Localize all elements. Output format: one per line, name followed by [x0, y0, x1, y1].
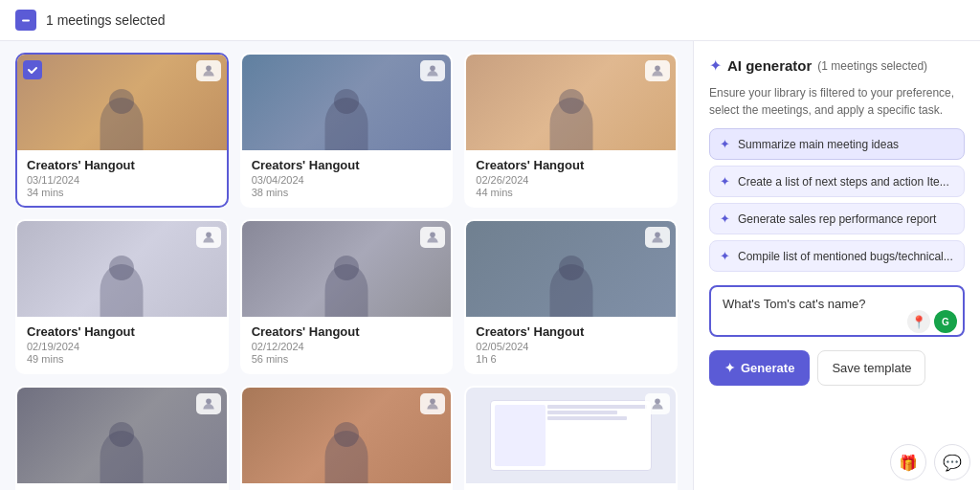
card-thumbnail	[242, 388, 452, 483]
card-duration: 56 mins	[252, 353, 442, 365]
svg-point-9	[655, 398, 660, 404]
meeting-card[interactable]: Creators' Hangout 01/29/2024	[15, 386, 229, 490]
suggestion-text: Compile list of mentioned bugs/technical…	[738, 250, 953, 263]
card-thumbnail	[242, 55, 452, 150]
svg-point-3	[655, 65, 660, 71]
meeting-card[interactable]: Creators' Hangout 02/05/2024 1h 6	[464, 219, 678, 374]
card-info: Creators' Hangout 03/11/2024 34 mins	[17, 150, 227, 206]
person-icon-badge	[196, 60, 221, 81]
ai-input-icons: 📍 G	[907, 310, 957, 333]
card-date: 02/26/2024	[476, 174, 666, 186]
meeting-card[interactable]: Creators' Hangout 01/15/2024	[240, 386, 454, 490]
meeting-card[interactable]: Creators' Hangout 02/12/2024 56 mins	[240, 219, 454, 374]
meeting-card[interactable]: Creators' Hangout 03/04/2024 38 mins	[240, 53, 454, 208]
person-icon-badge	[196, 227, 221, 248]
suggestion-spark-icon: ✦	[720, 137, 730, 151]
generate-button-label: Generate	[741, 361, 794, 375]
card-info: Creators' Hangout 03/04/2024 38 mins	[242, 150, 452, 206]
svg-point-8	[431, 398, 436, 404]
meeting-card[interactable]: Creators' Hangout 01/08/2024	[464, 386, 678, 490]
person-icon-badge	[420, 393, 445, 414]
card-info: Creators' Hangout 02/12/2024 56 mins	[242, 317, 452, 372]
ai-input-area: 📍 G	[709, 285, 965, 341]
card-info: Creators' Hangout 02/05/2024 1h 6	[466, 317, 676, 372]
grid-area: Creators' Hangout 03/11/2024 34 mins	[0, 41, 693, 490]
ai-selected-count: (1 meetings selected)	[817, 59, 927, 73]
card-title: Creators' Hangout	[476, 324, 666, 339]
generate-sparkle-icon: ✦	[724, 361, 735, 375]
card-date: 02/05/2024	[476, 341, 666, 352]
meetings-grid: Creators' Hangout 03/11/2024 34 mins	[15, 53, 678, 490]
svg-point-6	[655, 232, 660, 237]
card-title: Creators' Hangout	[27, 324, 217, 339]
card-info: Creators' Hangout 02/26/2024 44 mins	[466, 150, 676, 206]
card-duration: 1h 6	[476, 353, 666, 365]
card-duration: 38 mins	[252, 187, 442, 198]
card-duration: 44 mins	[476, 187, 666, 198]
save-template-button[interactable]: Save template	[817, 350, 925, 386]
ai-panel-header: ✦ AI generator (1 meetings selected)	[709, 56, 965, 75]
ai-actions: ✦ Generate Save template	[709, 350, 965, 386]
card-info: Creators' Hangout 01/15/2024	[242, 483, 452, 490]
svg-point-7	[206, 398, 212, 404]
person-icon-badge	[645, 393, 670, 414]
meeting-card[interactable]: Creators' Hangout 02/26/2024 44 mins	[464, 53, 678, 208]
svg-point-4	[206, 232, 212, 237]
suggestion-spark-icon: ✦	[720, 174, 730, 189]
person-icon-badge	[420, 227, 445, 248]
selected-label: 1 meetings selected	[46, 12, 166, 28]
card-info: Creators' Hangout 01/29/2024	[17, 483, 227, 490]
card-title: Creators' Hangout	[252, 158, 442, 172]
deselect-button[interactable]	[15, 10, 36, 31]
card-title: Creators' Hangout	[476, 158, 666, 172]
svg-point-5	[431, 232, 436, 237]
person-icon-badge	[420, 60, 445, 81]
svg-point-1	[206, 65, 212, 71]
person-icon-badge	[196, 393, 221, 414]
card-thumbnail	[466, 388, 676, 483]
card-thumbnail	[466, 55, 676, 150]
meeting-card[interactable]: Creators' Hangout 02/19/2024 49 mins	[15, 219, 229, 374]
ai-suggestion-item[interactable]: ✦ Summarize main meeting ideas	[709, 128, 965, 160]
grammarly-icon[interactable]: G	[934, 310, 957, 333]
svg-point-2	[431, 65, 436, 71]
card-thumbnail	[17, 55, 227, 150]
card-date: 02/12/2024	[252, 341, 442, 352]
chat-icon-button[interactable]: 💬	[934, 444, 970, 480]
ai-suggestion-item[interactable]: ✦ Generate sales rep performance report	[709, 203, 965, 234]
top-bar: 1 meetings selected	[0, 0, 980, 41]
person-icon-badge	[645, 60, 670, 81]
pin-icon[interactable]: 📍	[907, 310, 930, 333]
card-info: Creators' Hangout 02/19/2024 49 mins	[17, 317, 227, 372]
generate-button[interactable]: ✦ Generate	[709, 350, 810, 386]
card-info: Creators' Hangout 01/08/2024	[466, 483, 676, 490]
suggestion-spark-icon: ✦	[720, 249, 730, 263]
suggestion-text: Summarize main meeting ideas	[738, 138, 899, 151]
suggestion-text: Create a list of next steps and action I…	[738, 175, 949, 189]
card-title: Creators' Hangout	[252, 324, 442, 339]
card-thumbnail	[17, 221, 227, 317]
ai-suggestions: ✦ Summarize main meeting ideas✦ Create a…	[709, 128, 965, 272]
meeting-card[interactable]: Creators' Hangout 03/11/2024 34 mins	[15, 53, 229, 208]
suggestion-spark-icon: ✦	[720, 212, 730, 226]
card-date: 03/04/2024	[252, 174, 442, 186]
card-duration: 49 mins	[27, 353, 217, 365]
ai-panel: ✦ AI generator (1 meetings selected) Ens…	[693, 41, 980, 490]
card-date: 03/11/2024	[27, 174, 217, 186]
sparkle-icon: ✦	[709, 56, 722, 75]
check-badge	[23, 60, 42, 79]
gift-icon-button[interactable]: 🎁	[890, 444, 926, 480]
card-duration: 34 mins	[27, 187, 217, 198]
ai-title: AI generator	[727, 57, 812, 74]
card-date: 02/19/2024	[27, 341, 217, 352]
person-icon-badge	[645, 227, 670, 248]
ai-suggestion-item[interactable]: ✦ Compile list of mentioned bugs/technic…	[709, 240, 965, 272]
ai-description: Ensure your library is filtered to your …	[709, 84, 965, 119]
card-thumbnail	[242, 221, 452, 317]
svg-rect-0	[22, 20, 30, 22]
card-title: Creators' Hangout	[27, 158, 217, 172]
main-content: Creators' Hangout 03/11/2024 34 mins	[0, 41, 980, 490]
card-thumbnail	[17, 388, 227, 483]
card-thumbnail	[466, 221, 676, 317]
ai-suggestion-item[interactable]: ✦ Create a list of next steps and action…	[709, 166, 965, 197]
